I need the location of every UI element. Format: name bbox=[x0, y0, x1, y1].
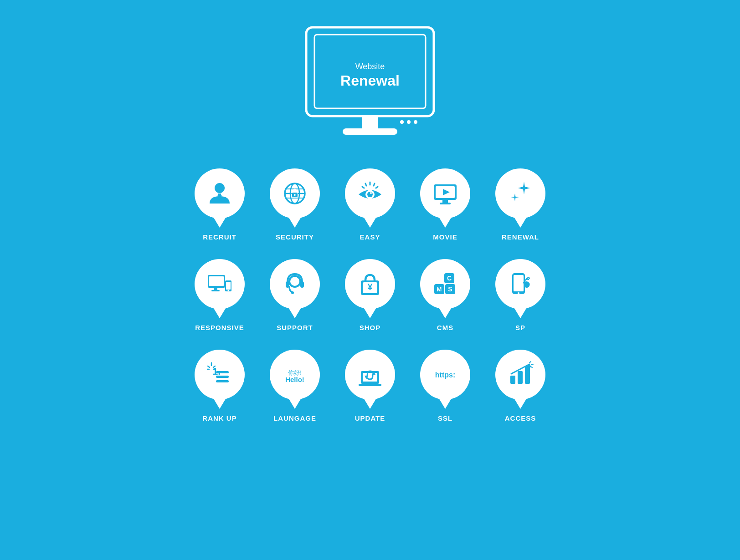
svg-point-41 bbox=[228, 290, 229, 291]
icon-row-2: RESPONSIVE bbox=[195, 259, 545, 331]
svg-point-43 bbox=[290, 277, 299, 286]
cms-balloon: C M S bbox=[420, 259, 470, 318]
shop-label: SHOP bbox=[360, 324, 381, 331]
svg-line-82 bbox=[531, 364, 533, 365]
access-balloon bbox=[495, 350, 545, 409]
cms-item: C M S CMS bbox=[420, 259, 470, 331]
svg-point-4 bbox=[400, 120, 404, 124]
sparkle-icon bbox=[507, 180, 534, 207]
icon-row-1: RECRUIT bbox=[195, 168, 545, 241]
smartphone-touch-icon bbox=[507, 270, 534, 298]
security-item: SECURITY bbox=[270, 168, 320, 241]
sp-label: SP bbox=[515, 324, 525, 331]
movie-item: MOVIE bbox=[420, 168, 470, 241]
recruit-item: RECRUIT bbox=[195, 168, 245, 241]
svg-rect-45 bbox=[300, 281, 304, 288]
svg-text:S: S bbox=[448, 285, 452, 293]
cms-label: CMS bbox=[437, 324, 453, 331]
recruit-label: RECRUIT bbox=[203, 233, 236, 241]
svg-rect-72 bbox=[359, 384, 381, 386]
headset-icon bbox=[281, 270, 308, 298]
renewal-item: RENEWAL bbox=[495, 168, 545, 241]
responsive-item: RESPONSIVE bbox=[195, 259, 245, 331]
access-item: ACCESS bbox=[495, 350, 545, 422]
svg-text:M: M bbox=[437, 286, 442, 293]
rankup-label: RANK UP bbox=[202, 414, 236, 422]
svg-rect-78 bbox=[525, 367, 530, 384]
update-icon bbox=[356, 361, 384, 388]
sp-item: SP bbox=[495, 259, 545, 331]
svg-text:¥: ¥ bbox=[367, 282, 373, 292]
svg-rect-19 bbox=[294, 194, 296, 196]
svg-text:你好!: 你好! bbox=[288, 369, 302, 376]
update-item: UPDATE bbox=[345, 350, 395, 422]
svg-rect-38 bbox=[211, 290, 220, 291]
person-icon bbox=[206, 180, 233, 207]
laungage-item: 你好! Hello! LAUNGAGE bbox=[270, 350, 320, 422]
svg-rect-1 bbox=[314, 35, 426, 108]
responsive-label: RESPONSIVE bbox=[195, 324, 244, 331]
svg-point-6 bbox=[414, 120, 417, 124]
svg-marker-33 bbox=[518, 182, 530, 194]
svg-text:Website: Website bbox=[355, 62, 385, 71]
bag-icon: ¥ bbox=[356, 270, 384, 298]
update-label: UPDATE bbox=[355, 414, 385, 422]
eye-icon bbox=[356, 180, 384, 207]
svg-line-22 bbox=[374, 183, 375, 186]
easy-balloon bbox=[345, 168, 395, 228]
rankup-balloon: 1. bbox=[195, 350, 245, 409]
monitor-section: Website Renewal bbox=[0, 23, 740, 146]
security-label: SECURITY bbox=[276, 233, 314, 241]
monitor-illustration: Website Renewal bbox=[293, 23, 447, 146]
svg-rect-76 bbox=[510, 376, 515, 384]
svg-point-26 bbox=[367, 192, 373, 197]
svg-rect-57 bbox=[514, 275, 524, 291]
play-icon bbox=[432, 180, 459, 207]
svg-rect-65 bbox=[216, 371, 229, 373]
svg-point-46 bbox=[291, 291, 294, 294]
cms-keys-icon: C M S bbox=[432, 270, 459, 298]
movie-label: MOVIE bbox=[433, 233, 457, 241]
svg-line-24 bbox=[376, 187, 378, 188]
icons-grid: RECRUIT bbox=[195, 168, 545, 422]
renewal-balloon bbox=[495, 168, 545, 228]
renewal-label: RENEWAL bbox=[502, 233, 539, 241]
svg-rect-67 bbox=[216, 380, 229, 382]
svg-rect-32 bbox=[440, 203, 451, 204]
easy-item: EASY bbox=[345, 168, 395, 241]
lock-globe-icon bbox=[281, 180, 308, 207]
shop-item: ¥ SHOP bbox=[345, 259, 395, 331]
svg-rect-66 bbox=[216, 376, 229, 378]
language-icon: 你好! Hello! bbox=[281, 361, 308, 388]
svg-point-58 bbox=[518, 292, 519, 294]
svg-text:https:: https: bbox=[435, 371, 455, 379]
svg-marker-34 bbox=[511, 193, 519, 201]
svg-rect-8 bbox=[343, 128, 397, 135]
svg-rect-77 bbox=[518, 371, 523, 384]
laungage-balloon: 你好! Hello! bbox=[270, 350, 320, 409]
update-balloon bbox=[345, 350, 395, 409]
svg-rect-31 bbox=[442, 200, 448, 203]
rankup-item: 1. RANK UP bbox=[195, 350, 245, 422]
easy-label: EASY bbox=[360, 233, 380, 241]
svg-rect-0 bbox=[306, 27, 434, 116]
sp-balloon bbox=[495, 259, 545, 318]
access-label: ACCESS bbox=[505, 414, 536, 422]
svg-line-81 bbox=[529, 361, 531, 363]
laungage-label: LAUNGAGE bbox=[273, 414, 316, 422]
ssl-item: https: SSL bbox=[420, 350, 470, 422]
movie-balloon bbox=[420, 168, 470, 228]
svg-text:Hello!: Hello! bbox=[285, 376, 304, 383]
svg-line-21 bbox=[365, 183, 366, 186]
support-item: SUPPORT bbox=[270, 259, 320, 331]
https-icon: https: bbox=[432, 361, 459, 388]
security-balloon bbox=[270, 168, 320, 228]
svg-point-27 bbox=[370, 192, 372, 194]
icon-row-3: 1. RANK UP bbox=[195, 350, 545, 422]
devices-icon bbox=[206, 270, 233, 298]
svg-line-23 bbox=[362, 187, 364, 188]
svg-rect-36 bbox=[209, 276, 224, 286]
chart-icon bbox=[507, 361, 534, 388]
support-label: SUPPORT bbox=[277, 324, 313, 331]
responsive-balloon bbox=[195, 259, 245, 318]
